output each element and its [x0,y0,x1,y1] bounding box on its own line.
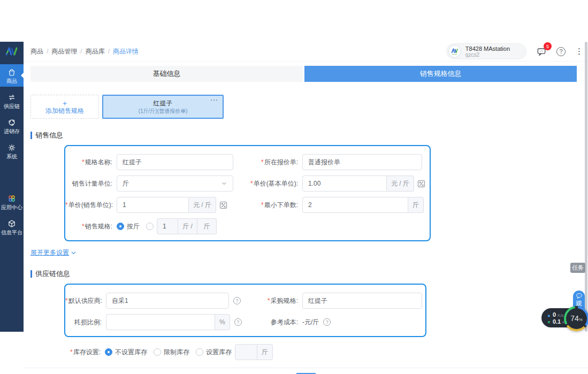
card-more-menu[interactable]: ... [210,94,218,102]
breadcrumb-separator: / [80,48,82,55]
more-menu-button[interactable] [575,47,581,56]
formula-icon [219,201,228,210]
download-arrow-icon: ▼ [547,320,551,325]
field-label-quote-sheet: 所在报价单: [243,158,298,167]
detail-tabs: 基础信息 销售规格信息 [30,66,577,82]
upload-speed-value: 0 [553,311,556,318]
field-label-supplier: 默认供应商: [65,296,102,306]
chat-bubble-icon [576,293,583,299]
plus-icon: + [63,100,67,107]
formula-icon [417,179,426,188]
base-price-unit-addon: 元 / 斤 [387,175,414,192]
ref-cost-help-icon[interactable] [323,318,331,326]
header-actions: T8428 MAstation qzcs2 5 [446,43,581,59]
sale-price-formula-button[interactable] [219,201,228,210]
radio-by-unit-label: 按斤 [127,222,140,231]
help-button[interactable] [556,47,566,56]
supply-form-box: 默认供应商: 自采1 采购规格: 红提子 耗损比例: % [64,284,426,337]
radio-by-unit[interactable] [117,223,124,230]
sidebar-item-label: 进销存 [4,128,20,134]
supplier-help-icon[interactable] [233,297,241,304]
min-order-unit-addon: 斤 [408,197,424,213]
tab-basic-info[interactable]: 基础信息 [30,66,303,82]
sidebar-item-label: 系统 [6,154,17,159]
radio-no-stock[interactable] [105,348,112,356]
sidebar-item-inventory[interactable]: 进销存 [0,115,24,137]
spec-card-selected[interactable]: ... 红提子 (1斤/斤)(普通报价单) [102,95,224,119]
upload-arrow-icon: ▲ [547,313,551,318]
breadcrumb-item[interactable]: 商品库 [86,47,105,56]
min-order-input[interactable]: 2 [302,197,408,213]
sidebar-item-system[interactable]: 系统 [0,140,24,162]
chevron-down-icon [221,180,227,187]
sidebar-item-label: 供应链 [4,103,20,109]
gear-icon [7,143,17,152]
sale-unit-value: 斤 [123,179,129,188]
page-scrollbar[interactable] [585,42,587,332]
loss-ratio-percent-addon: % [215,314,230,330]
base-price-input[interactable]: 1.00 [302,175,387,192]
task-side-tab[interactable]: 任务 [570,263,585,273]
user-menu[interactable]: T8428 MAstation qzcs2 [446,43,526,59]
spec-card-title: 红提子 [154,100,173,108]
tab-sales-spec-info[interactable]: 销售规格信息 [304,66,577,82]
radio-limit-stock-label: 限制库存 [164,348,189,357]
tab-label: 销售规格信息 [420,69,462,79]
chevron-down-icon [71,250,77,256]
supplier-input[interactable]: 自采1 [106,293,229,309]
messages-button[interactable]: 5 [536,46,547,57]
section-title: 供应链信息 [35,269,70,279]
app-window: 商品 供应链 进销存 [0,42,588,332]
cube-icon [7,219,17,228]
radio-set-stock[interactable] [196,348,203,356]
sale-price-input[interactable]: 1 [117,197,189,213]
custom-spec-input[interactable]: 1 [157,218,178,234]
add-spec-card[interactable]: + 添加销售规格 [30,95,99,119]
field-label-ref-cost: 参考成本: [243,318,298,327]
field-label-min-order: 最小下单数: [243,201,298,210]
base-price-formula-button[interactable] [417,179,426,188]
stock-amount-input[interactable] [235,344,257,360]
sidebar-item-info-platform[interactable]: 信息平台 [0,216,24,238]
quote-sheet-input[interactable]: 普通报价单 [302,154,422,170]
sales-form-box: 规格名称: 红提子 所在报价单: 普通报价单 销售计量单位: 斤 [64,145,431,241]
sidebar-item-app-center[interactable]: 应用中心 [0,190,24,213]
loss-ratio-help-icon[interactable] [234,318,242,326]
avatar [448,45,461,58]
custom-spec-addon-2: 斤 [197,218,217,234]
breadcrumb-item[interactable]: 商品 [30,47,43,56]
sidebar-item-label: 商品 [6,78,17,84]
field-label-stock: 库存设置: [64,348,101,357]
nodes-sphere-icon [7,118,17,127]
radio-limit-stock[interactable] [154,348,161,356]
field-label-purchase-spec: 采购规格: [243,296,298,306]
gauge-unit: % [579,317,583,322]
field-label-sale-spec: 销售规格: [65,222,112,231]
footer-actions: 保存 [24,368,588,374]
ref-cost-value: -元/斤 [302,318,319,327]
section-bar [30,132,32,139]
expand-more-settings-link[interactable]: 展开更多设置 [30,248,77,257]
breadcrumb-separator: / [47,48,48,55]
page: 商品 供应链 进销存 [0,0,588,374]
loss-ratio-input[interactable] [106,314,215,330]
radio-custom-spec[interactable] [146,223,154,230]
help-icon [556,47,566,56]
stock-setting-row: 库存设置: 不设置库存 限制库存 设置库存 斤 [64,344,588,360]
field-label-sale-unit: 销售计量单位: [65,179,112,188]
spec-name-input[interactable]: 红提子 [117,154,233,170]
expand-more-settings-label: 展开更多设置 [30,248,69,257]
section-title: 销售信息 [35,131,63,140]
gauge-value: 74 [570,314,579,323]
sidebar-item-label: 应用中心 [1,204,22,210]
radio-set-stock-label: 设置库存 [206,348,232,357]
section-bar [30,270,32,278]
sidebar-item-supply-chain[interactable]: 供应链 [0,89,24,112]
sale-unit-select[interactable]: 斤 [117,175,233,192]
upload-speed-unit: K/s [558,313,564,318]
resource-gauge-widget[interactable]: 74 % [564,306,588,331]
breadcrumb-item[interactable]: 商品管理 [51,47,77,56]
purchase-spec-input[interactable]: 红提子 [302,293,422,309]
sidebar-item-goods[interactable]: 商品 [0,64,24,87]
radio-no-stock-label: 不设置库存 [115,348,147,357]
